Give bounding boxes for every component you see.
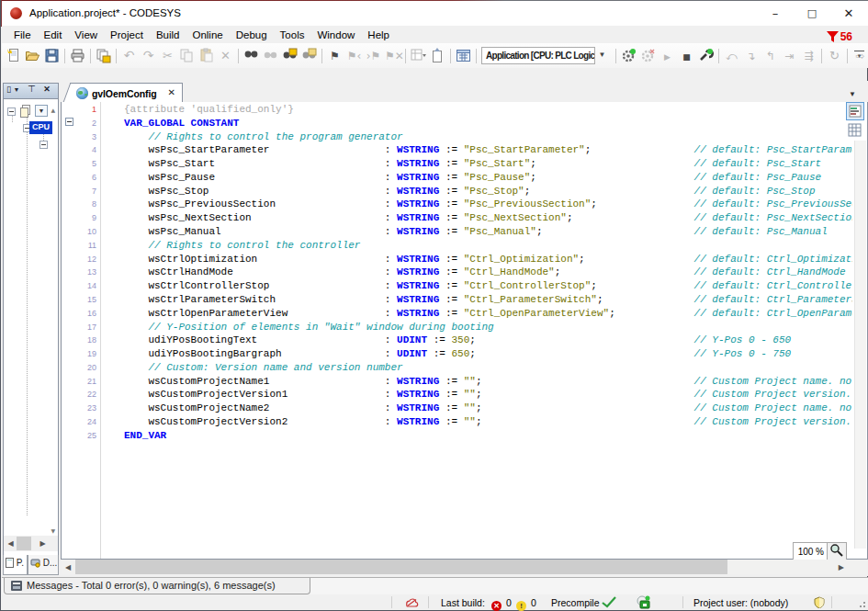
tree-scroll-up-icon[interactable]: ▲	[51, 107, 55, 113]
menu-build[interactable]: Build	[150, 28, 186, 45]
code-line-11[interactable]: // Rights to control the controller	[101, 239, 852, 253]
save-icon[interactable]	[44, 48, 60, 63]
cloud-offline-icon[interactable]	[403, 596, 420, 608]
menu-debug[interactable]: Debug	[230, 28, 274, 45]
editor-hscrollbar[interactable]: ◀ ▶	[62, 560, 867, 574]
tree-expander-root[interactable]	[7, 107, 16, 116]
step-over-icon[interactable]: ⤺	[724, 48, 739, 63]
code-line-12[interactable]: wsCtrlOptimization : WSTRING := "Ctrl_Op…	[101, 253, 852, 266]
panel-menu-icon[interactable]: ▯	[6, 85, 11, 94]
code-line-17[interactable]: // Y-Position of elements in "Wait" wind…	[101, 321, 852, 334]
open-project-icon[interactable]	[25, 48, 40, 63]
code-text[interactable]: {attribute 'qualified_only'}VAR_GLOBAL C…	[101, 103, 852, 559]
devices-tree[interactable]: ▼ ▲ CPU ▼	[3, 99, 59, 571]
title-bar[interactable]: Application.project* - CODESYS – □ ✕	[2, 1, 868, 26]
code-line-2[interactable]: VAR_GLOBAL CONSTANT	[101, 117, 852, 130]
panel-close-icon[interactable]: ✕	[43, 85, 51, 94]
run-to-cursor-icon[interactable]: ⇥	[782, 48, 797, 63]
tabular-view-button[interactable]	[848, 123, 862, 138]
breakpoint-settings-icon[interactable]	[698, 48, 714, 63]
code-line-20[interactable]: // Custom: Version name and version numb…	[101, 361, 852, 375]
code-line-24[interactable]: wsCustomProjectVersion2 : WSTRING := "";…	[101, 415, 852, 429]
editor-vscrollbar[interactable]	[854, 141, 866, 549]
start-icon[interactable]: ▶	[659, 48, 675, 63]
toolbar-overflow-icon[interactable]: ▾	[854, 51, 864, 60]
editor-hscroll-thumb[interactable]	[75, 560, 727, 574]
textual-view-button[interactable]	[846, 102, 864, 120]
menu-edit[interactable]: Edit	[38, 28, 69, 45]
build-icon[interactable]	[456, 48, 471, 63]
devices-panel-header[interactable]: ▯ ▼ ⊤ ✕	[3, 83, 59, 99]
code-panel[interactable]: 1234567891011121314151617181920212223242…	[61, 102, 868, 560]
bookmark-prev-icon[interactable]: ⚑‹	[346, 48, 362, 63]
bookmark-next-icon[interactable]: ›⚑	[366, 48, 381, 63]
copy-project-icon[interactable]	[96, 48, 111, 63]
redo-icon[interactable]: ↷	[141, 48, 156, 63]
panel-dropdown-icon[interactable]: ▼	[13, 86, 19, 93]
menu-online[interactable]: Online	[186, 28, 229, 45]
scroll-left-icon[interactable]: ◀	[5, 537, 17, 549]
message-filter[interactable]: 56	[827, 28, 852, 43]
code-line-18[interactable]: udiYPosBootingText : UDINT := 350; // Y-…	[101, 334, 852, 347]
bookmark-clear-icon[interactable]: ⚑✕	[385, 48, 400, 63]
logout-icon[interactable]	[640, 48, 656, 63]
code-line-16[interactable]: wsCtrlOpenParameterView : WSTRING := "Ct…	[101, 307, 852, 321]
paste-icon[interactable]	[198, 48, 214, 63]
tab-devices[interactable]: D...	[28, 555, 59, 575]
tab-close-icon[interactable]: ✕	[168, 87, 175, 97]
code-line-6[interactable]: wsPsc_Pause : WSTRING := "Psc_Pause"; //…	[101, 171, 852, 185]
tree-node-cpu[interactable]: CPU	[29, 121, 52, 134]
replace-objects-icon[interactable]	[301, 48, 317, 63]
new-project-icon[interactable]	[6, 48, 21, 63]
find-icon[interactable]	[243, 48, 259, 63]
shield-icon[interactable]	[814, 596, 825, 608]
tree-scroll-down-icon[interactable]: ▼	[51, 527, 55, 534]
code-line-19[interactable]: udiYPosBootingBargraph : UDINT := 650; /…	[101, 347, 852, 361]
single-cycle-icon[interactable]: ↻	[827, 48, 842, 63]
code-line-9[interactable]: wsPsc_NextSection : WSTRING := "Psc_Next…	[101, 211, 852, 225]
export-icon[interactable]	[430, 48, 445, 63]
code-line-13[interactable]: wsCtrlHandMode : WSTRING := "Ctrl_HandMo…	[101, 266, 852, 279]
menu-tools[interactable]: Tools	[274, 28, 311, 45]
menu-help[interactable]: Help	[361, 28, 396, 45]
show-next-statement-icon[interactable]: ⇶	[801, 48, 817, 63]
code-line-5[interactable]: wsPsc_Start : WSTRING := "Psc_Start"; //…	[101, 157, 852, 171]
fold-marker[interactable]	[65, 118, 73, 126]
code-line-1[interactable]: {attribute 'qualified_only'}	[101, 103, 852, 117]
device-combo-arrow-icon[interactable]: ▼	[595, 47, 609, 64]
code-line-21[interactable]: wsCustomProjectName1 : WSTRING := ""; //…	[101, 375, 852, 389]
device-application-combo[interactable]: Application [CPU: PLC Logic]	[481, 47, 595, 64]
minimize-button[interactable]: –	[757, 1, 794, 26]
zoom-level[interactable]: 100 %	[793, 542, 828, 560]
tree-dropdown-icon[interactable]: ▼	[35, 105, 48, 117]
code-line-4[interactable]: wsPsc_StartParameter : WSTRING := "Psc_S…	[101, 143, 852, 157]
code-line-15[interactable]: wsCtrlParameterSwitch : WSTRING := "Ctrl…	[101, 293, 852, 307]
copy-icon[interactable]	[179, 48, 195, 63]
undo-icon[interactable]: ↶	[121, 48, 137, 63]
find-objects-icon[interactable]	[282, 48, 298, 63]
tab-pous[interactable]: P.	[3, 555, 28, 575]
menu-project[interactable]: Project	[104, 28, 150, 45]
devices-hscrollbar[interactable]: ◀ ▶	[4, 536, 58, 551]
login-icon[interactable]	[621, 48, 637, 63]
menu-file[interactable]: File	[7, 28, 38, 45]
code-line-10[interactable]: wsPsc_Manual : WSTRING := "Psc_Manual"; …	[101, 225, 852, 239]
scroll-right-icon[interactable]: ▶	[37, 537, 49, 549]
messages-tab[interactable]: Messages - Total 0 error(s), 0 warning(s…	[4, 578, 310, 594]
menu-view[interactable]: View	[68, 28, 104, 45]
maximize-button[interactable]: □	[794, 1, 830, 26]
tab-gvloemconfig[interactable]: gvlOemConfig ✕	[70, 83, 183, 103]
table-view-dropdown-icon[interactable]	[411, 48, 426, 63]
code-line-7[interactable]: wsPsc_Stop : WSTRING := "Psc_Stop"; // d…	[101, 185, 852, 198]
print-icon[interactable]	[70, 48, 85, 63]
code-line-23[interactable]: wsCustomProjectName2 : WSTRING := ""; //…	[101, 402, 852, 415]
devices-hscroll-thumb[interactable]	[17, 537, 31, 550]
code-line-14[interactable]: wsCtrlControllerStop : WSTRING := "Ctrl_…	[101, 279, 852, 293]
cut-icon[interactable]: ✂	[160, 48, 175, 63]
close-button[interactable]: ✕	[830, 1, 867, 26]
tab-list-dropdown-icon[interactable]: ▼	[849, 90, 856, 98]
code-line-3[interactable]: // Rights to control the program generat…	[101, 130, 852, 144]
replace-icon[interactable]	[263, 48, 278, 63]
zoom-button[interactable]	[827, 542, 847, 560]
resize-grip[interactable]	[859, 601, 866, 608]
